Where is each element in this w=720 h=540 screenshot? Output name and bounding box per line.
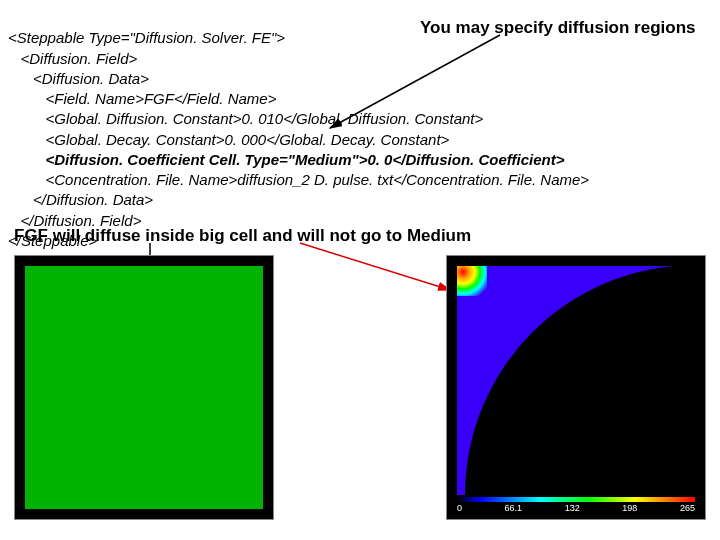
concentration-field [457,266,695,495]
simulation-area: 0 66.1 132 198 265 [8,255,712,532]
code-line: <Diffusion. Data> [8,70,149,87]
xml-code-block: <Steppable Type="Diffusion. Solver. FE">… [8,8,712,251]
colorbar-tick: 132 [565,503,580,513]
cell-region [25,266,263,509]
code-line: <Global. Diffusion. Constant>0. 010</Glo… [8,110,483,127]
annotation-specify-regions: You may specify diffusion regions [420,18,696,38]
code-line-bold: <Diffusion. Coefficient Cell. Type="Medi… [8,151,564,168]
fgf-source [457,266,487,296]
colorbar-tick: 198 [622,503,637,513]
code-line: <Concentration. File. Name>diffusion_2 D… [8,171,589,188]
simulation-right: 0 66.1 132 198 265 [446,255,706,520]
colorbar-tick: 265 [680,503,695,513]
colorbar-tick: 0 [457,503,462,513]
annotation-fgf-behavior: FGF will diffuse inside big cell and wil… [14,226,471,246]
code-line: <Diffusion. Field> [8,50,137,67]
colorbar-tick: 66.1 [505,503,523,513]
code-line: <Steppable Type="Diffusion. Solver. FE"> [8,29,285,46]
colorbar-ticks: 0 66.1 132 198 265 [457,502,695,513]
code-line: </Diffusion. Data> [8,191,153,208]
colorbar: 0 66.1 132 198 265 [457,497,695,513]
simulation-left [14,255,274,520]
medium-region [465,266,695,495]
code-line: <Field. Name>FGF</Field. Name> [8,90,276,107]
code-line: <Global. Decay. Constant>0. 000</Global.… [8,131,449,148]
